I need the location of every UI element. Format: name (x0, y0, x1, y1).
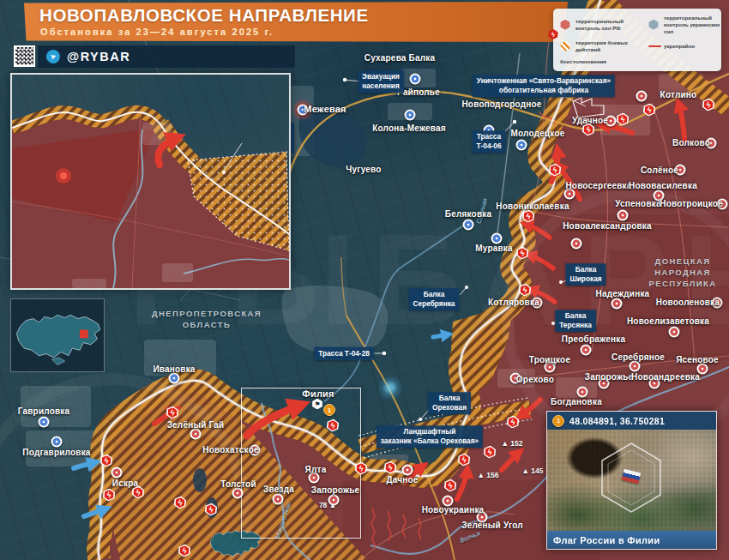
town-label: Новониколаевка (496, 202, 569, 211)
town-marker (618, 210, 629, 221)
town-label: Запорожье (585, 372, 634, 382)
photo-inset: 1 48.084891, 36.750281 Флаг России в Фил… (546, 411, 717, 550)
callout-box: Уничтоженная «Свято-Варваринская»обогати… (473, 75, 615, 97)
town-label: Волково (672, 138, 710, 148)
town-marker (169, 373, 180, 384)
callout-line: заказник «Балка Ореховая» (381, 437, 479, 446)
town-label: Успеновка (615, 199, 660, 208)
town-marker (232, 488, 244, 499)
town-label: Троицкое (529, 355, 570, 364)
region-line: ОБЛАСТЬ (152, 320, 262, 331)
russian-flag-icon (622, 469, 642, 484)
town-marker (463, 220, 474, 231)
callout-line: Терсянка (559, 321, 592, 330)
height-marker: 78 ▲ (319, 501, 336, 509)
callout-line: Широкая (569, 274, 601, 284)
hex-combat-icon (560, 41, 570, 51)
town-marker (405, 110, 416, 121)
town-label: Муравка (475, 244, 513, 253)
lightning-bolt-glyph: ϟ (166, 406, 178, 418)
legend-label: территория боевых действий (575, 39, 644, 53)
lightning-bolt-glyph: ϟ (100, 455, 111, 466)
town-label: Зелёный Гай (167, 420, 225, 430)
callout-box: БалкаСеребрянка (409, 288, 460, 310)
region-line: ДНЕПРОПЕТРОВСКАЯ (152, 309, 262, 320)
callout-box: Ландшафтныйзаказник «Балка Ореховая» (377, 425, 483, 448)
town-marker (581, 345, 592, 356)
town-label: Новоукраинка (422, 505, 485, 515)
town-label: Ясеновое (676, 355, 719, 364)
height-marker: ▲ 156 (478, 471, 499, 479)
region-label: ДОНЕЦКАЯНАРОДНАЯРЕСПУБЛИКА (648, 256, 716, 289)
page-title: НОВОПАВЛОВСКОЕ НАПРАВЛЕНИЕ (24, 2, 568, 26)
lightning-bolt-glyph: ϟ (617, 113, 628, 124)
legend-label: боестолкновения (560, 58, 571, 65)
callout-line: Балка (569, 265, 601, 274)
situation-map: РЫБАРЬ (0, 0, 729, 560)
town-label: Искра (112, 479, 138, 488)
water-glint (377, 375, 403, 400)
drone-photo (547, 430, 716, 531)
town-marker (669, 327, 680, 338)
height-marker: ▲ 145 (522, 467, 544, 475)
lightning-bolt-glyph: ϟ (549, 164, 560, 175)
lightning-bolt-glyph: ϟ (522, 210, 533, 221)
photo-badge: 1 (552, 415, 564, 427)
title-banner: НОВОПАВЛОВСКОЕ НАПРАВЛЕНИЕ Обстановка за… (24, 2, 568, 42)
inset-source-rectangle (241, 388, 361, 539)
lightning-bolt-glyph: ϟ (507, 416, 518, 427)
town-label: Котлино (660, 90, 697, 99)
town-label: Новохатское (202, 445, 258, 455)
callout-box: Эвакуациянаселения (358, 70, 404, 93)
region-line: ДОНЕЦКАЯ (648, 256, 716, 268)
town-label: Толстой (220, 479, 256, 489)
callout-box: БалкаТерсянка (555, 310, 596, 332)
town-label: Сухарева Балка (364, 53, 436, 63)
hex-ua-icon (648, 20, 659, 30)
callout-line: Ландшафтный (381, 427, 479, 437)
callout-line: Балка (432, 394, 467, 403)
region-line: НАРОДНАЯ (648, 268, 716, 279)
callout-box: БалкаШирокая (565, 263, 605, 286)
lightning-bolt-glyph: ϟ (444, 479, 455, 491)
legend-label: укрепрайон (664, 43, 724, 50)
channel-name: @RYBAR (67, 50, 130, 63)
town-label: Новосергеевка (565, 181, 631, 190)
town-marker (630, 361, 641, 372)
callout-line: Т-04-06 (476, 142, 501, 151)
town-label: Солёное (641, 166, 678, 175)
inset-strike-glow-core (60, 172, 67, 179)
lightning-bolt-glyph: ϟ (384, 461, 395, 473)
town-marker (111, 467, 123, 479)
qr-pattern (15, 47, 33, 65)
lightning-bolt-glyph: ϟ (327, 419, 338, 431)
lightning-bolt-glyph: ϟ (458, 454, 469, 465)
town-marker (273, 494, 284, 505)
town-label: Надеждинка (596, 289, 650, 298)
lightning-bolt-glyph: ϟ (355, 462, 366, 473)
lightning-bolt-glyph: ϟ (582, 123, 593, 135)
ukraine-locator-map (10, 298, 105, 372)
town-label: Чугуево (346, 165, 381, 174)
callout-line: Ореховая (432, 403, 467, 412)
town-label: Зеленый Угол (461, 521, 523, 530)
callout-line: Трасса (476, 132, 501, 142)
town-label: Молодецкое (511, 129, 565, 138)
hex-ru-icon (560, 20, 570, 30)
town-label: Котляровка (488, 298, 539, 307)
callout-line: Балка (559, 311, 592, 321)
town-label: Ивановка (153, 364, 195, 374)
callout-line: Балка (413, 290, 455, 299)
fortified-line-icon (648, 45, 661, 48)
town-marker (410, 74, 421, 85)
town-label: Дачное (386, 475, 418, 485)
town-label: Орехово (516, 375, 554, 384)
callout-box: Трасса Т-04-28 (314, 347, 374, 360)
town-label: Удачное (572, 116, 608, 125)
lightning-bolt-glyph: ϟ (519, 284, 530, 295)
town-label: Филия (302, 388, 334, 399)
lightning-bolt-glyph: ϟ (484, 446, 495, 457)
photo-coordinates: 48.084891, 36.750281 (569, 416, 665, 426)
photo-ref-badge: 1 (323, 404, 335, 416)
town-label: Ялта (305, 465, 327, 474)
